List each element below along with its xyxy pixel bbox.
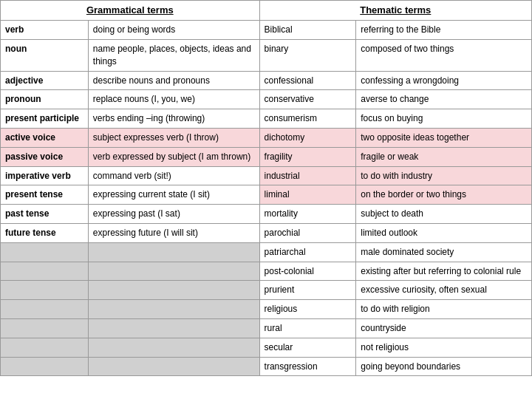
grammatical-definition: verbs ending –ing (throwing)	[88, 109, 259, 129]
grammatical-term: passive voice	[1, 147, 89, 166]
thematic-term: consumerism	[259, 109, 356, 129]
grammatical-term-empty	[1, 281, 89, 300]
thematic-header: Thematic terms	[259, 1, 531, 21]
grammatical-term-empty	[1, 242, 89, 262]
thematic-definition: composed of two things	[356, 39, 532, 71]
thematic-definition: subject to death	[356, 205, 532, 224]
thematic-definition: on the border or two things	[356, 185, 532, 205]
grammatical-definition: command verb (sit!)	[88, 166, 259, 185]
thematic-definition: averse to change	[356, 90, 532, 109]
thematic-term: secular	[259, 338, 356, 357]
grammatical-term: noun	[1, 39, 89, 71]
thematic-term: prurient	[259, 281, 356, 300]
thematic-term: binary	[259, 39, 356, 71]
thematic-definition: excessive curiosity, often sexual	[356, 281, 532, 300]
thematic-term: liminal	[259, 185, 356, 205]
thematic-definition: male dominated society	[356, 242, 532, 262]
thematic-term: mortality	[259, 205, 356, 224]
grammatical-header: Grammatical terms	[1, 1, 260, 21]
grammatical-definition: subject expresses verb (I throw)	[88, 128, 259, 147]
grammatical-term: verb	[1, 21, 89, 40]
thematic-definition: to do with religion	[356, 300, 532, 319]
grammatical-definition: expressing past (I sat)	[88, 205, 259, 224]
thematic-term: patriarchal	[259, 242, 356, 262]
grammatical-definition: verb expressed by subject (I am thrown)	[88, 147, 259, 166]
grammatical-term-empty	[1, 262, 89, 281]
thematic-term: industrial	[259, 166, 356, 185]
grammatical-definition-empty	[88, 262, 259, 281]
thematic-term: dichotomy	[259, 128, 356, 147]
grammatical-definition-empty	[88, 300, 259, 319]
thematic-term: fragility	[259, 147, 356, 166]
grammatical-definition: doing or being words	[88, 21, 259, 40]
thematic-definition: referring to the Bible	[356, 21, 532, 40]
grammatical-term-empty	[1, 300, 89, 319]
grammatical-term: present tense	[1, 185, 89, 205]
thematic-term: post-colonial	[259, 262, 356, 281]
thematic-term: parochial	[259, 223, 356, 242]
thematic-term: confessional	[259, 71, 356, 90]
grammatical-definition-empty	[88, 242, 259, 262]
thematic-term: Biblical	[259, 21, 356, 40]
grammatical-definition: expressing current state (I sit)	[88, 185, 259, 205]
thematic-definition: fragile or weak	[356, 147, 532, 166]
grammatical-term: pronoun	[1, 90, 89, 109]
thematic-definition: existing after but referring to colonial…	[356, 262, 532, 281]
grammatical-definition-empty	[88, 281, 259, 300]
thematic-definition: to do with industry	[356, 166, 532, 185]
thematic-definition: focus on buying	[356, 109, 532, 129]
grammatical-term-empty	[1, 357, 89, 376]
thematic-term: religious	[259, 300, 356, 319]
thematic-term: rural	[259, 318, 356, 338]
thematic-definition: countryside	[356, 318, 532, 338]
thematic-definition: going beyond boundaries	[356, 357, 532, 376]
thematic-definition: not religious	[356, 338, 532, 357]
grammatical-definition: replace nouns (I, you, we)	[88, 90, 259, 109]
thematic-term: transgression	[259, 357, 356, 376]
grammatical-definition-empty	[88, 357, 259, 376]
thematic-definition: confessing a wrongdoing	[356, 71, 532, 90]
grammatical-term: future tense	[1, 223, 89, 242]
grammatical-definition-empty	[88, 338, 259, 357]
grammatical-definition: expressing future (I will sit)	[88, 223, 259, 242]
grammatical-term: adjective	[1, 71, 89, 90]
grammatical-definition: describe nouns and pronouns	[88, 71, 259, 90]
grammatical-definition: name people, places, objects, ideas and …	[88, 39, 259, 71]
grammatical-term-empty	[1, 318, 89, 338]
thematic-term: conservative	[259, 90, 356, 109]
thematic-definition: two opposite ideas together	[356, 128, 532, 147]
grammatical-term: active voice	[1, 128, 89, 147]
grammatical-term-empty	[1, 338, 89, 357]
grammatical-definition-empty	[88, 318, 259, 338]
grammatical-term: past tense	[1, 205, 89, 224]
grammatical-term: present participle	[1, 109, 89, 129]
thematic-definition: limited outlook	[356, 223, 532, 242]
grammatical-term: imperative verb	[1, 166, 89, 185]
